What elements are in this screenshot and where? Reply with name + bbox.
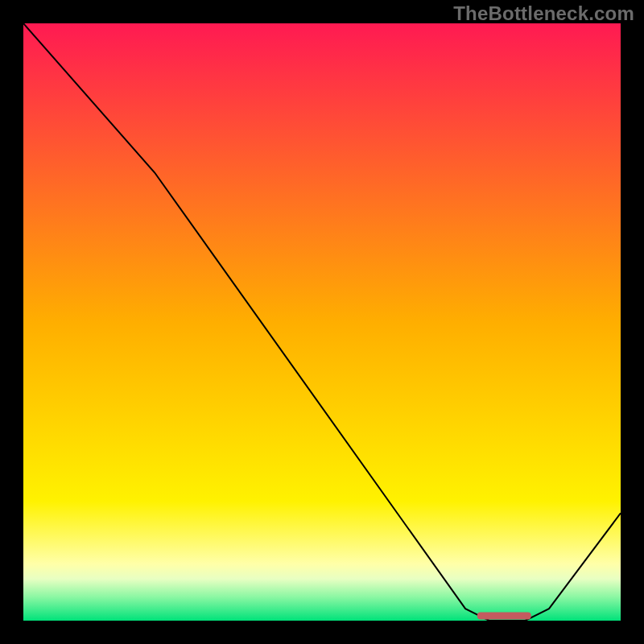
watermark-label: TheBottleneck.com <box>453 2 634 25</box>
optimal-range-marker <box>477 613 531 620</box>
gradient-background <box>23 23 621 621</box>
chart-frame: TheBottleneck.com <box>0 0 644 644</box>
plot-svg <box>23 23 621 621</box>
plot-area <box>23 23 621 621</box>
